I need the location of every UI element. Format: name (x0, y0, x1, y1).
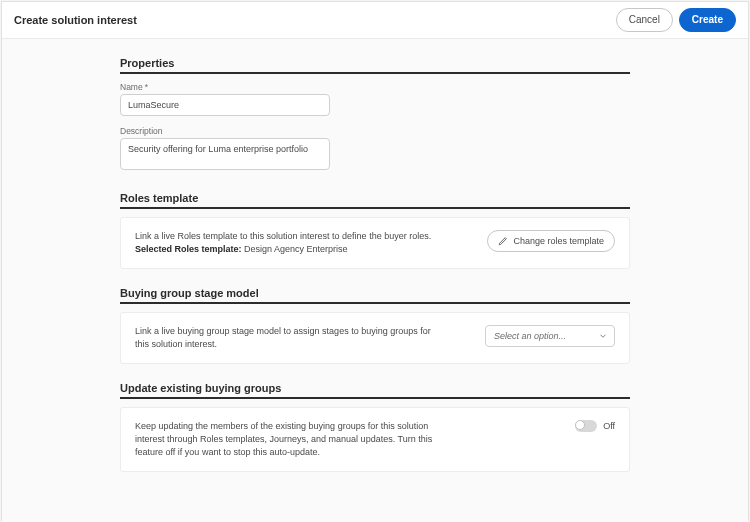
change-roles-template-label: Change roles template (513, 236, 604, 246)
stage-model-heading: Buying group stage model (120, 287, 630, 299)
name-field-group: Name* (120, 82, 630, 116)
dialog-title: Create solution interest (14, 14, 137, 26)
roles-template-heading: Roles template (120, 192, 630, 204)
description-field-group: Description (120, 126, 630, 174)
dialog-header: Create solution interest Cancel Create (2, 2, 748, 39)
cancel-button[interactable]: Cancel (616, 8, 673, 32)
section-divider (120, 207, 630, 209)
update-groups-heading: Update existing buying groups (120, 382, 630, 394)
name-label-text: Name (120, 82, 143, 92)
description-label: Description (120, 126, 630, 136)
section-divider (120, 302, 630, 304)
update-groups-body: Keep updating the members of the existin… (135, 420, 435, 459)
stage-model-body: Link a live buying group stage model to … (135, 325, 435, 351)
update-groups-card: Keep updating the members of the existin… (120, 407, 630, 472)
stage-model-select[interactable]: Select an option... (485, 325, 615, 347)
roles-template-body: Link a live Roles template to this solut… (135, 231, 431, 241)
name-input[interactable] (120, 94, 330, 116)
update-groups-toggle[interactable] (575, 420, 597, 432)
section-divider (120, 72, 630, 74)
stage-model-select-box[interactable]: Select an option... (485, 325, 615, 347)
update-groups-toggle-wrap: Off (575, 420, 615, 432)
update-groups-toggle-label: Off (603, 421, 615, 431)
selected-roles-value: Design Agency Enterprise (244, 244, 348, 254)
create-button[interactable]: Create (679, 8, 736, 32)
change-roles-template-button[interactable]: Change roles template (487, 230, 615, 252)
required-asterisk: * (145, 82, 148, 92)
section-divider (120, 397, 630, 399)
roles-template-text: Link a live Roles template to this solut… (135, 230, 431, 256)
pencil-icon (498, 236, 508, 246)
toggle-knob (575, 420, 585, 430)
name-label: Name* (120, 82, 630, 92)
selected-roles-label: Selected Roles template: (135, 244, 242, 254)
dialog-content: Properties Name* Description Roles templ… (2, 39, 748, 522)
roles-template-card: Link a live Roles template to this solut… (120, 217, 630, 269)
properties-heading: Properties (120, 57, 630, 69)
description-input[interactable] (120, 138, 330, 170)
stage-model-card: Link a live buying group stage model to … (120, 312, 630, 364)
header-actions: Cancel Create (616, 8, 736, 32)
